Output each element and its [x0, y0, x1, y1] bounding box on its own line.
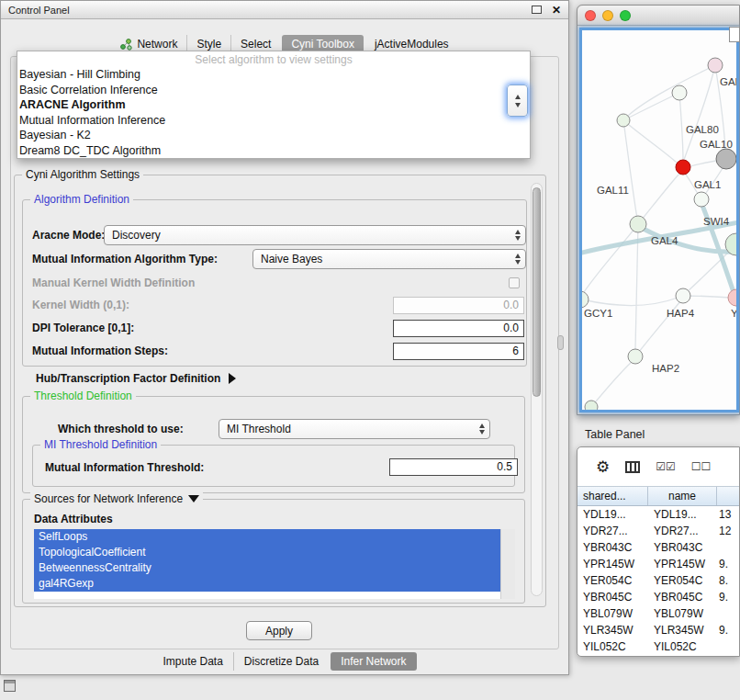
kernel-width-label: Kernel Width (0,1): — [32, 299, 129, 311]
zoom-traffic-icon[interactable] — [620, 10, 631, 21]
float-window-icon[interactable] — [532, 6, 542, 14]
minimize-traffic-icon[interactable] — [602, 10, 613, 21]
node[interactable] — [672, 85, 687, 100]
list-item[interactable]: SelfLoops — [34, 529, 500, 545]
gear-icon[interactable]: ⚙ — [596, 459, 610, 475]
menu-item-selected[interactable]: ARACNE Algorithm — [17, 97, 530, 113]
kernel-width-field[interactable]: 0.0 — [393, 297, 524, 314]
mi-algorithm-type-label: Mutual Information Algorithm Type: — [32, 253, 218, 265]
table-row[interactable]: YBR045C YBR045C 9. — [577, 589, 739, 605]
spin-up-icon[interactable] — [515, 95, 521, 99]
combo-arrows-icon — [515, 230, 521, 241]
control-panel-titlebar[interactable]: Control Panel ✕ — [1, 1, 568, 19]
node[interactable] — [630, 216, 646, 232]
node[interactable] — [708, 58, 723, 73]
mi-steps-field[interactable]: 6 — [393, 343, 524, 360]
node[interactable] — [585, 401, 598, 412]
network-canvas[interactable]: GAL GAL80 GAL10 GAL11 GAL1 SWI4 GAL4 GCY… — [579, 28, 739, 412]
focused-spinner-button[interactable] — [507, 85, 528, 117]
manual-kernel-width-checkbox[interactable] — [509, 277, 520, 288]
cell: YBR045C — [577, 591, 648, 604]
menu-item[interactable]: Bayesian - Hill Climbing — [17, 67, 530, 83]
cell: 9. — [717, 591, 739, 604]
selected-value: Naive Bayes — [261, 253, 322, 265]
table-row[interactable]: YBR043C YBR043C — [577, 539, 739, 556]
cell: YIL052C — [577, 640, 648, 653]
table-row[interactable]: YIL052C YIL052C — [577, 638, 739, 655]
node-label: GAL80 — [686, 124, 719, 135]
columns-icon[interactable] — [625, 461, 640, 473]
apply-button[interactable]: Apply — [246, 621, 312, 640]
hub-definition-label: Hub/Transcription Factor Definition — [36, 372, 220, 385]
combo-arrows-icon — [479, 423, 485, 435]
list-item[interactable]: TopologicalCoefficient — [34, 545, 500, 560]
node-selected[interactable] — [676, 160, 690, 175]
group-title-text: Algorithm Definition — [34, 193, 129, 206]
table-row[interactable]: YPR145W YPR145W 9. — [577, 556, 739, 572]
cell: YIL052C — [648, 640, 717, 653]
aracne-mode-select[interactable]: Discovery — [104, 225, 526, 245]
network-window-titlebar[interactable] — [577, 6, 739, 26]
node[interactable] — [728, 289, 738, 306]
restore-panel-icon[interactable] — [4, 680, 16, 692]
cell: YBL079W — [577, 607, 648, 620]
mi-threshold-field[interactable]: 0.5 — [389, 458, 518, 476]
hub-definition-section[interactable]: Hub/Transcription Factor Definition — [36, 372, 236, 385]
panel-divider-handle[interactable] — [557, 335, 564, 350]
cell: YBR043C — [577, 541, 648, 554]
node[interactable] — [617, 114, 630, 127]
list-scrollbar[interactable] — [500, 529, 515, 599]
tab-discretize-data[interactable]: Discretize Data — [233, 652, 329, 671]
table-row[interactable]: YDR27... YDR27... 12 — [577, 523, 739, 539]
cell: YPR145W — [577, 558, 648, 570]
node[interactable] — [694, 192, 709, 207]
sources-title[interactable]: Sources for Network Inference — [30, 492, 203, 505]
node[interactable] — [582, 291, 589, 308]
expanded-arrow-icon[interactable] — [188, 495, 199, 502]
settings-scrollbar[interactable] — [531, 183, 543, 596]
selected-value: MI Threshold — [227, 423, 291, 435]
mi-threshold-definition-group: MI Threshold Definition Mutual Informati… — [32, 445, 515, 487]
list-item[interactable]: BetweennessCentrality — [34, 560, 500, 576]
which-threshold-select[interactable]: MI Threshold — [219, 419, 490, 439]
table-toolbar: ⚙ ☑☑ ☐☐ — [577, 447, 739, 486]
cell: YER054C — [577, 574, 648, 587]
algorithm-dropdown-popup: Select algorithm to view settings Bayesi… — [17, 51, 531, 159]
settings-scrollbar-thumb[interactable] — [533, 187, 541, 397]
sources-title-text: Sources for Network Inference — [34, 492, 183, 505]
dpi-tolerance-field[interactable]: 0.0 — [393, 320, 524, 337]
column-header[interactable]: shared... — [577, 487, 648, 505]
menu-item[interactable]: Dream8 DC_TDC Algorithm — [17, 143, 530, 159]
table-row[interactable]: YER054C YER054C 8. — [577, 572, 739, 589]
deselect-all-icon[interactable]: ☐☐ — [691, 461, 712, 472]
cell: YER054C — [648, 574, 717, 587]
cell: YDR27... — [648, 525, 717, 537]
select-all-icon[interactable]: ☑☑ — [656, 461, 676, 472]
spin-down-icon[interactable] — [515, 103, 521, 107]
menu-item[interactable]: Bayesian - K2 — [17, 128, 530, 143]
table-row[interactable]: YDL19... YDL19... 13 — [577, 506, 739, 523]
table-row[interactable]: YLR345W YLR345W 9. — [577, 622, 739, 638]
table-row[interactable]: YBL079W YBL079W — [577, 605, 739, 622]
combo-arrows-icon — [515, 254, 521, 265]
menu-item[interactable]: Basic Correlation Inference — [17, 83, 530, 98]
column-header[interactable]: name — [648, 487, 717, 505]
menu-item[interactable]: Mutual Information Inference — [17, 113, 530, 129]
close-traffic-icon[interactable] — [585, 10, 596, 21]
selected-value: Discovery — [112, 229, 161, 242]
close-icon[interactable]: ✕ — [552, 5, 561, 16]
tab-infer-network[interactable]: Infer Network — [331, 652, 416, 671]
tab-impute-data[interactable]: Impute Data — [152, 652, 232, 671]
list-item[interactable]: gal4RGexp — [34, 576, 500, 592]
tab-label: Select — [241, 38, 271, 51]
aracne-mode-label: Aracne Mode: — [32, 229, 105, 242]
node[interactable] — [628, 349, 643, 364]
mi-algorithm-type-select[interactable]: Naive Bayes — [252, 249, 526, 269]
algorithm-definition-group: Algorithm Definition Aracne Mode: Discov… — [22, 199, 527, 367]
column-header[interactable] — [717, 487, 739, 505]
collapsed-arrow-icon[interactable] — [229, 373, 236, 384]
node[interactable] — [716, 149, 736, 169]
node[interactable] — [676, 288, 690, 303]
group-title: MI Threshold Definition — [40, 438, 161, 451]
node-label: SWI4 — [703, 216, 730, 227]
